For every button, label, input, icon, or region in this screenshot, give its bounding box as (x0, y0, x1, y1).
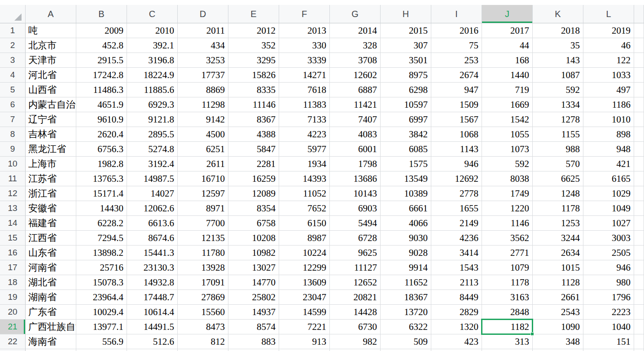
cell-A8[interactable]: 吉林省 (26, 127, 76, 142)
cell-K3[interactable]: 143 (533, 53, 583, 68)
cell-E11[interactable]: 16259 (228, 171, 279, 186)
cell-G20[interactable]: 14428 (330, 305, 381, 320)
cell-H6[interactable]: 10597 (381, 97, 431, 112)
cell-I18[interactable]: 2113 (431, 275, 482, 290)
cell-partial[interactable] (178, 349, 228, 351)
cell-A16[interactable]: 山东省 (26, 246, 76, 260)
cell-I19[interactable]: 8449 (431, 290, 482, 305)
cell-I2[interactable]: 75 (431, 38, 482, 53)
cell-K19[interactable]: 2661 (533, 290, 583, 305)
cell-E4[interactable]: 15826 (228, 68, 279, 83)
cell-A10[interactable]: 上海市 (26, 157, 76, 171)
cell-E2[interactable]: 352 (228, 38, 279, 53)
cell-B11[interactable]: 13765.3 (76, 171, 127, 186)
cell-H8[interactable]: 3842 (381, 127, 431, 142)
cell-F16[interactable]: 10224 (279, 246, 330, 260)
cell-F9[interactable]: 5977 (279, 142, 330, 157)
cell-G11[interactable]: 13686 (330, 171, 381, 186)
cell-K6[interactable]: 1334 (533, 97, 583, 112)
cell-K20[interactable]: 2543 (533, 305, 583, 320)
cell-partial[interactable] (634, 142, 644, 157)
cell-A20[interactable]: 广东省 (26, 305, 76, 320)
cell-A6[interactable]: 内蒙古自治区 (26, 97, 76, 112)
cell-partial[interactable] (330, 349, 381, 351)
cell-L6[interactable]: 1186 (583, 97, 634, 112)
cell-J2[interactable]: 44 (482, 38, 533, 53)
cell-H1[interactable]: 2015 (381, 23, 431, 38)
cell-C5[interactable]: 11885.6 (127, 83, 178, 97)
cell-D4[interactable]: 17737 (178, 68, 228, 83)
cell-partial[interactable] (634, 186, 644, 201)
cell-J10[interactable]: 592 (482, 157, 533, 171)
cell-B2[interactable]: 452.8 (76, 38, 127, 53)
cell-partial[interactable] (634, 68, 644, 83)
select-all-button[interactable] (0, 5, 26, 23)
cell-partial[interactable] (634, 127, 644, 142)
cell-C14[interactable]: 6613.6 (127, 216, 178, 231)
cell-D6[interactable]: 11298 (178, 97, 228, 112)
cell-H14[interactable]: 4066 (381, 216, 431, 231)
cell-K12[interactable]: 1248 (533, 186, 583, 201)
cell-K1[interactable]: 2018 (533, 23, 583, 38)
cell-L7[interactable]: 1010 (583, 112, 634, 127)
cell-partial[interactable] (634, 83, 644, 97)
cell-D22[interactable]: 812 (178, 334, 228, 349)
cell-A5[interactable]: 山西省 (26, 83, 76, 97)
cell-H21[interactable]: 6322 (381, 320, 431, 334)
cell-partial[interactable] (634, 216, 644, 231)
cell-partial[interactable] (634, 97, 644, 112)
cell-G12[interactable]: 10143 (330, 186, 381, 201)
cell-I20[interactable]: 2829 (431, 305, 482, 320)
cell-C19[interactable]: 17448.7 (127, 290, 178, 305)
cell-E3[interactable]: 3295 (228, 53, 279, 68)
cell-partial[interactable] (634, 320, 644, 334)
cell-D16[interactable]: 11780 (178, 246, 228, 260)
cell-D19[interactable]: 27869 (178, 290, 228, 305)
cell-H12[interactable]: 10389 (381, 186, 431, 201)
cell-partial[interactable] (381, 349, 431, 351)
cell-L11[interactable]: 6165 (583, 171, 634, 186)
cell-C3[interactable]: 3196.8 (127, 53, 178, 68)
cell-G8[interactable]: 4083 (330, 127, 381, 142)
cell-G3[interactable]: 3708 (330, 53, 381, 68)
row-header-4[interactable]: 4 (0, 68, 26, 83)
cell-K16[interactable]: 2634 (533, 246, 583, 260)
cell-G16[interactable]: 9625 (330, 246, 381, 260)
cell-B18[interactable]: 15078.3 (76, 275, 127, 290)
cell-B7[interactable]: 9610.9 (76, 112, 127, 127)
cell-D13[interactable]: 8971 (178, 201, 228, 216)
cell-partial[interactable] (634, 157, 644, 171)
row-header-15[interactable]: 15 (0, 231, 26, 246)
cell-F20[interactable]: 14599 (279, 305, 330, 320)
cell-I13[interactable]: 1655 (431, 201, 482, 216)
cell-C13[interactable]: 12062.6 (127, 201, 178, 216)
cell-F21[interactable]: 7221 (279, 320, 330, 334)
cell-C18[interactable]: 14932.8 (127, 275, 178, 290)
cell-I1[interactable]: 2016 (431, 23, 482, 38)
cell-A3[interactable]: 天津市 (26, 53, 76, 68)
cell-H9[interactable]: 6085 (381, 142, 431, 157)
cell-J12[interactable]: 1749 (482, 186, 533, 201)
cell-E17[interactable]: 13027 (228, 260, 279, 275)
cell-I22[interactable]: 423 (431, 334, 482, 349)
cell-L14[interactable]: 1027 (583, 216, 634, 231)
cell-D5[interactable]: 8869 (178, 83, 228, 97)
cell-K15[interactable]: 3244 (533, 231, 583, 246)
row-header-8[interactable]: 8 (0, 127, 26, 142)
cell-D3[interactable]: 3253 (178, 53, 228, 68)
cell-partial[interactable] (76, 349, 127, 351)
cell-A1[interactable]: 吨 (26, 23, 76, 38)
cell-partial[interactable] (634, 201, 644, 216)
cell-L17[interactable]: 946 (583, 260, 634, 275)
cell-B4[interactable]: 17242.8 (76, 68, 127, 83)
cell-C16[interactable]: 15441.3 (127, 246, 178, 260)
cell-G2[interactable]: 328 (330, 38, 381, 53)
cell-G21[interactable]: 6730 (330, 320, 381, 334)
cell-C12[interactable]: 14027 (127, 186, 178, 201)
cell-B22[interactable]: 556.9 (76, 334, 127, 349)
row-header-10[interactable]: 10 (0, 157, 26, 171)
cell-partial[interactable] (533, 349, 583, 351)
cell-B12[interactable]: 15171.4 (76, 186, 127, 201)
cell-I16[interactable]: 3414 (431, 246, 482, 260)
cell-L1[interactable]: 2019 (583, 23, 634, 38)
